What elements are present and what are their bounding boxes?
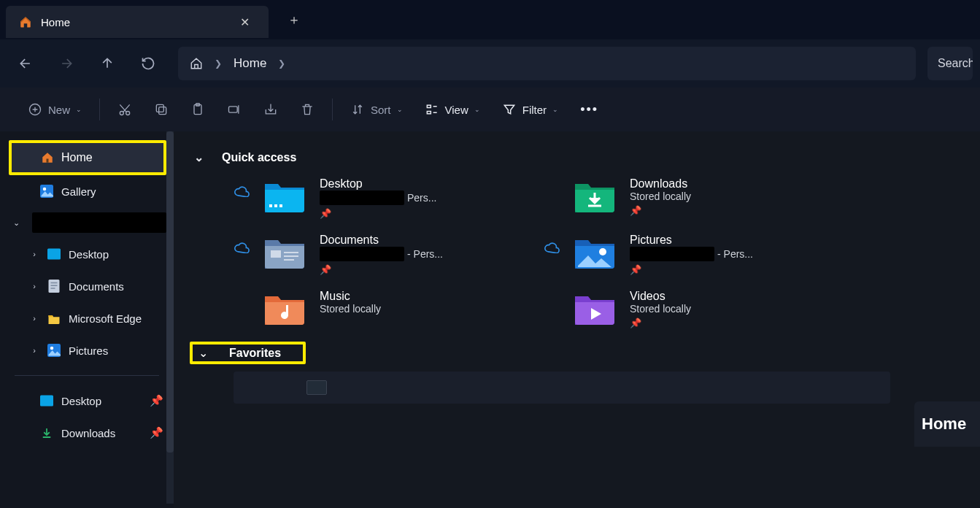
svg-rect-16 xyxy=(51,288,55,289)
pin-icon: 📌 xyxy=(150,426,163,439)
section-favorites[interactable]: ⌄ Favorites xyxy=(190,342,306,364)
sort-label: Sort xyxy=(371,104,391,116)
qa-item-desktop[interactable]: Desktop Pers... 📌 xyxy=(234,177,529,219)
tab-title: Home xyxy=(41,16,225,28)
chevron-down-icon: ⌄ xyxy=(474,106,480,113)
svg-point-1 xyxy=(120,112,123,115)
nav-bar: ❯ Home ❯ Search xyxy=(0,39,980,88)
close-icon[interactable]: ✕ xyxy=(234,11,255,33)
filter-button[interactable]: Filter ⌄ xyxy=(492,95,568,124)
chevron-down-icon[interactable]: ⌄ xyxy=(13,218,28,228)
sort-button[interactable]: Sort ⌄ xyxy=(340,95,413,124)
cut-button[interactable] xyxy=(107,95,142,124)
svg-point-27 xyxy=(599,248,606,255)
sidebar-quick-downloads[interactable]: Downloads 📌 xyxy=(0,417,174,449)
view-label: View xyxy=(445,104,468,116)
back-button[interactable] xyxy=(7,47,44,80)
pin-icon: 📌 xyxy=(630,318,691,328)
svg-rect-9 xyxy=(427,112,431,114)
chevron-right-icon[interactable]: › xyxy=(28,282,41,290)
sidebar-label: Home xyxy=(61,151,93,164)
qa-name: Pictures xyxy=(630,234,753,247)
sidebar-item-gallery[interactable]: Gallery xyxy=(0,175,174,207)
rename-button[interactable] xyxy=(217,95,252,124)
svg-rect-19 xyxy=(40,396,53,407)
pin-icon: 📌 xyxy=(320,264,443,275)
desktop-folder-icon xyxy=(263,177,306,214)
sidebar-item-pictures[interactable]: › Pictures xyxy=(0,334,174,366)
sidebar-item-documents[interactable]: › Documents xyxy=(0,270,174,302)
cloud-icon xyxy=(544,242,560,253)
tab-home[interactable]: Home ✕ xyxy=(6,6,269,38)
qa-sub: Stored locally xyxy=(630,303,691,315)
sidebar-item-msedge[interactable]: › Microsoft Edge xyxy=(0,302,174,334)
redacted xyxy=(32,212,166,233)
new-tab-button[interactable]: ＋ xyxy=(283,9,305,31)
sidebar-quick-desktop[interactable]: Desktop 📌 xyxy=(0,385,174,417)
scrollbar[interactable] xyxy=(166,131,174,504)
home-icon xyxy=(19,15,32,28)
breadcrumb-home[interactable]: Home xyxy=(234,56,266,71)
chevron-right-icon[interactable]: ❯ xyxy=(215,58,222,69)
divider xyxy=(15,375,159,376)
svg-rect-21 xyxy=(274,204,277,207)
favorite-item[interactable] xyxy=(306,380,327,395)
svg-rect-12 xyxy=(47,249,61,260)
details-title: Home xyxy=(922,415,980,434)
qa-item-music[interactable]: Music Stored locally xyxy=(234,290,529,328)
qa-sub: Pers... xyxy=(320,190,436,205)
delete-button[interactable] xyxy=(290,95,325,124)
qa-item-downloads[interactable]: Downloads Stored locally 📌 xyxy=(544,177,839,219)
svg-point-2 xyxy=(126,112,130,115)
filter-label: Filter xyxy=(522,104,547,116)
svg-rect-20 xyxy=(269,204,272,207)
svg-rect-7 xyxy=(229,107,238,112)
sidebar: Home Gallery ⌄ › Desktop › Documents › M… xyxy=(0,131,174,508)
home-icon xyxy=(190,57,203,70)
sidebar-label: Gallery xyxy=(61,185,96,198)
qa-name: Downloads xyxy=(630,177,691,190)
cloud-icon xyxy=(234,242,250,253)
share-button[interactable] xyxy=(253,95,288,124)
svg-rect-4 xyxy=(156,104,163,112)
chevron-right-icon[interactable]: › xyxy=(28,314,41,323)
more-button[interactable]: ••• xyxy=(570,95,609,124)
pin-icon: 📌 xyxy=(630,205,691,216)
folder-icon xyxy=(47,311,61,326)
cloud-icon xyxy=(234,186,250,197)
section-quick-access[interactable]: ⌄ Quick access xyxy=(194,146,965,177)
address-bar[interactable]: ❯ Home ❯ xyxy=(178,47,916,80)
sidebar-label: Documents xyxy=(69,280,124,293)
up-button[interactable] xyxy=(89,47,126,80)
svg-rect-23 xyxy=(271,250,281,258)
copy-button[interactable] xyxy=(144,95,179,124)
divider xyxy=(332,99,333,120)
sidebar-item-home[interactable]: Home xyxy=(9,140,166,175)
qa-name: Desktop xyxy=(320,177,436,190)
refresh-button[interactable] xyxy=(130,47,166,80)
sidebar-item-desktop[interactable]: › Desktop xyxy=(0,238,174,270)
chevron-right-icon[interactable]: › xyxy=(28,346,41,355)
chevron-down-icon: ⌄ xyxy=(194,150,209,164)
svg-rect-24 xyxy=(284,252,298,253)
svg-rect-8 xyxy=(427,105,431,107)
details-pane: Home xyxy=(914,401,980,447)
music-folder-icon xyxy=(263,290,306,326)
qa-item-pictures[interactable]: Pictures - Pers... 📌 xyxy=(544,234,839,275)
section-title: Quick access xyxy=(222,151,296,164)
sidebar-item-user[interactable]: ⌄ xyxy=(0,207,174,238)
search-input[interactable]: Search xyxy=(927,47,973,80)
view-button[interactable]: View ⌄ xyxy=(414,95,490,124)
chevron-right-icon[interactable]: › xyxy=(28,250,41,258)
forward-button[interactable] xyxy=(48,47,85,80)
qa-item-documents[interactable]: Documents - Pers... 📌 xyxy=(234,234,529,275)
qa-item-videos[interactable]: Videos Stored locally 📌 xyxy=(544,290,839,328)
documents-icon xyxy=(47,279,61,293)
paste-button[interactable] xyxy=(180,95,215,124)
chevron-right-icon[interactable]: ❯ xyxy=(278,58,285,69)
desktop-icon xyxy=(39,393,54,408)
pictures-icon xyxy=(47,343,61,358)
new-button[interactable]: New ⌄ xyxy=(18,95,92,124)
sidebar-label: Downloads xyxy=(61,427,115,439)
favorites-row[interactable] xyxy=(234,372,890,404)
